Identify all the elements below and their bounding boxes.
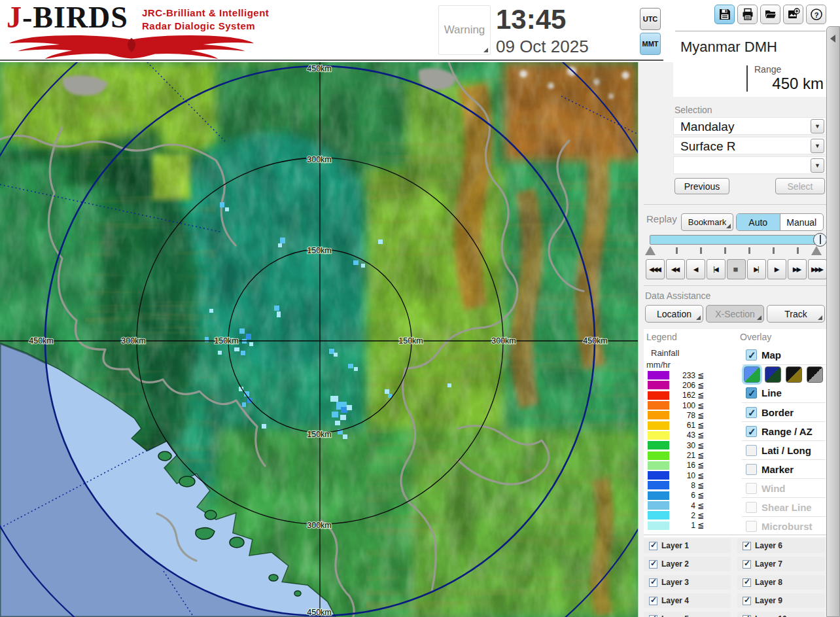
location-button[interactable]: Location (645, 305, 703, 323)
layer-checkbox[interactable] (649, 615, 657, 617)
checkbox[interactable] (746, 445, 757, 456)
layer-toggle[interactable]: Layer 9 (737, 593, 825, 608)
rewind-button[interactable]: ◀◀ (666, 259, 685, 279)
legend-value: 206 (673, 381, 695, 390)
panel-collapse-strip[interactable] (826, 26, 840, 617)
step-backward-button[interactable]: |◀ (707, 259, 726, 279)
layer-toggle[interactable]: Layer 6 (737, 538, 825, 553)
replay-timeline-slider[interactable] (650, 235, 822, 245)
site-dropdown[interactable]: Mandalay ▼ (673, 117, 826, 135)
legend-value: 2 (673, 511, 695, 520)
layer-checkbox[interactable] (649, 578, 657, 587)
previous-button[interactable]: Previous (674, 178, 729, 194)
step-forward-button[interactable]: ▶| (747, 259, 766, 279)
chevron-down-icon[interactable]: ▼ (811, 139, 824, 153)
layer-toggle[interactable]: Layer 2 (644, 557, 731, 571)
timeline-tick (676, 247, 678, 254)
legend-value: 233 (673, 371, 695, 380)
x-section-button[interactable]: X-Section (706, 305, 764, 323)
help-button[interactable]: ? (806, 5, 826, 24)
legend-operator: ≦ (697, 461, 704, 470)
map-style-grey[interactable] (807, 366, 823, 383)
header-divider (0, 60, 663, 61)
checkbox[interactable] (746, 464, 757, 475)
timeline-end-marker[interactable] (811, 246, 822, 255)
utc-button[interactable]: UTC (640, 8, 661, 30)
bookmark-button[interactable]: Bookmark (681, 213, 733, 231)
manual-mode-button[interactable]: Manual (780, 214, 824, 230)
layer-checkbox[interactable] (743, 597, 751, 605)
range-label: 150km (307, 430, 332, 439)
replay-slider-handle[interactable] (813, 233, 827, 247)
timeline-start-marker[interactable] (645, 246, 656, 255)
overlay-item-marker[interactable]: Marker (742, 459, 826, 478)
overlay-item-border[interactable]: Border (742, 402, 826, 421)
checkbox[interactable] (746, 407, 757, 418)
save-button[interactable] (714, 5, 735, 24)
legend-operator: ≦ (697, 511, 704, 520)
layer-toggle[interactable]: Layer 8 (737, 575, 825, 590)
legend-operator: ≦ (697, 371, 704, 380)
chevron-down-icon[interactable]: ▼ (811, 158, 824, 173)
fast-rewind-button[interactable]: ◀◀◀ (646, 259, 665, 279)
checkbox[interactable] (746, 426, 757, 437)
select-button[interactable]: Select (775, 178, 825, 194)
layer-checkbox[interactable] (743, 542, 751, 550)
range-label: 300km (307, 155, 332, 164)
legend-entry: 21≦ (648, 450, 710, 460)
add-image-button[interactable] (783, 5, 803, 24)
x-section-label: X-Section (715, 309, 755, 319)
auto-mode-button[interactable]: Auto (737, 214, 780, 230)
track-button[interactable]: Track (767, 305, 825, 323)
layer-toggle[interactable]: Layer 1 (644, 538, 731, 553)
stop-button[interactable]: ■ (727, 259, 746, 279)
layer-checkbox[interactable] (649, 542, 657, 550)
overlay-item-line[interactable]: Line (742, 383, 826, 402)
overlay-item-map[interactable]: Map (742, 345, 826, 364)
overlay-item-range-az[interactable]: Range / AZ (742, 421, 826, 440)
layer-checkbox[interactable] (649, 560, 657, 569)
layer-checkbox[interactable] (743, 578, 751, 587)
layer-toggle[interactable]: Layer 10 (737, 612, 825, 617)
timeline-tick (797, 247, 799, 254)
layer-checkbox[interactable] (743, 560, 751, 569)
extra-dropdown[interactable]: ▼ (673, 156, 826, 174)
product-dropdown[interactable]: Surface R ▼ (673, 137, 826, 154)
legend-entry: 100≦ (648, 400, 710, 410)
rain-echo (343, 434, 347, 439)
layer-checkbox[interactable] (649, 597, 657, 605)
range-label: 450km (29, 336, 54, 345)
layer-toggle[interactable]: Layer 4 (644, 593, 731, 608)
play-forward-icon: ▶ (775, 266, 779, 273)
rain-echo (277, 311, 281, 317)
legend-value: 16 (673, 461, 695, 470)
rain-echo (447, 383, 451, 387)
fast-forward-button[interactable]: ▶▶ (788, 259, 807, 279)
timeline-tick (773, 247, 775, 254)
range-label: Range (754, 64, 781, 75)
layer-checkbox[interactable] (743, 615, 751, 617)
layer-toggle[interactable]: Layer 7 (737, 557, 825, 571)
checkbox[interactable] (746, 387, 757, 398)
fastest-forward-button[interactable]: ▶▶▶ (808, 259, 827, 279)
play-forward-button[interactable]: ▶ (767, 259, 786, 279)
add-image-icon (787, 8, 800, 21)
mmt-button[interactable]: MMT (640, 33, 661, 55)
rain-echo (329, 349, 334, 354)
warning-button[interactable]: Warning (438, 5, 491, 55)
layer-toggle[interactable]: Layer 3 (644, 575, 731, 590)
map-style-terrain[interactable] (744, 366, 760, 383)
map-checkbox[interactable] (746, 349, 757, 361)
layer-toggle[interactable]: Layer 5 (644, 612, 731, 617)
legend-entry: 4≦ (648, 501, 710, 510)
radar-map[interactable]: 450km300km150km150km300km450km450km300km… (0, 62, 638, 617)
rain-echo (205, 337, 209, 342)
map-style-olive[interactable] (786, 366, 802, 383)
print-button[interactable] (737, 5, 758, 24)
open-file-button[interactable] (760, 5, 780, 24)
play-backward-button[interactable]: ◀ (686, 259, 705, 279)
chevron-down-icon[interactable]: ▼ (811, 119, 824, 133)
help-icon: ? (810, 8, 823, 21)
overlay-item-lati-long[interactable]: Lati / Long (742, 440, 826, 459)
map-style-dark[interactable] (765, 366, 781, 383)
